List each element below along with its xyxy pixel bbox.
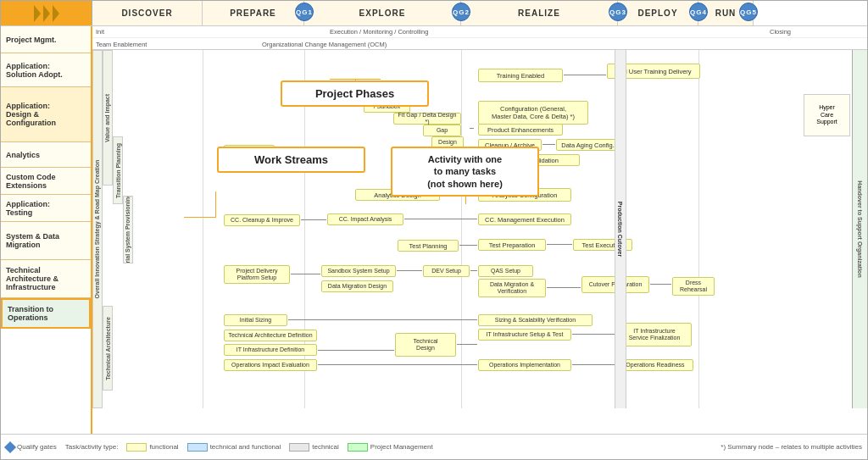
act-cc-mgmt: CC. Management Execution <box>478 213 571 225</box>
phase-run-label: RUN <box>715 8 737 18</box>
arrow-sandbox <box>397 270 422 271</box>
production-cutover-label: Production Cutover <box>618 202 624 257</box>
sidebar-logo <box>1 1 92 25</box>
act-tech-design: TechnicalDesign <box>395 333 456 357</box>
arrow-icon-3 <box>53 5 59 22</box>
vert-bar-tech-arch: Technical Architecture <box>103 306 113 391</box>
task-activity-label: Task/activity type: <box>65 443 119 451</box>
arrow-sizing <box>288 319 477 320</box>
vert-bar-innovation-label: Overall Innovation Strategy & Road Map C… <box>95 160 101 299</box>
legend-pm-box <box>348 443 368 452</box>
qualify-gates-label: Qualify gates <box>17 443 57 451</box>
bar1-closing: Closing <box>770 28 791 36</box>
arrow-test1 <box>459 245 477 246</box>
arrow-pdp <box>291 274 320 274</box>
sidebar-item-data-migration: System & DataMigration <box>1 222 91 260</box>
footer-legend: Qualify gates Task/activity type: functi… <box>1 434 867 459</box>
act-data-aging: Data Aging Config. <box>556 139 620 151</box>
legend-tech-label: technical <box>312 443 339 451</box>
arrow-infra <box>318 350 394 351</box>
bar1-init: Init <box>96 28 104 36</box>
act-it-infra-def: IT Infrastructure Definition <box>224 344 317 356</box>
top-info-bars: Init Execution / Monitoring / Controllin… <box>92 26 867 50</box>
arrow-icon-1 <box>34 5 41 22</box>
act-qas-setup: QAS Setup <box>478 265 533 277</box>
gate-qg4: QG4 <box>689 3 708 21</box>
arrow-cc2 <box>404 219 477 219</box>
callout-activity-note: Activity with oneto many tasks(not shown… <box>391 147 539 197</box>
act-dev-setup: DEV Setup <box>423 265 470 277</box>
hyper-care-label: HyperCareSupport <box>816 104 837 125</box>
callout-ws-line-v <box>215 191 216 217</box>
act-pdp-setup: Project DeliveryPlatform Setup <box>224 265 290 284</box>
sidebar: Project Mgmt. Application:Solution Adopt… <box>1 26 92 434</box>
bar1-execution: Execution / Monitoring / Controlling <box>330 28 428 36</box>
callout-work-streams-label: Work Streams <box>254 153 328 166</box>
sidebar-item-project-mgmt: Project Mgmt. <box>1 26 91 53</box>
legend-pm: Project Management <box>348 443 433 452</box>
act-cc-impact: CC. Impact Analysis <box>327 213 403 225</box>
phase-deploy: DEPLOY QG4 <box>618 1 698 25</box>
arrow-tech-design <box>457 344 477 345</box>
divider-explore-realize <box>461 50 462 408</box>
legend-techfunc: technical and functional <box>187 443 281 452</box>
phase-prepare-label: PREPARE <box>230 8 276 18</box>
act-it-infra-setup: IT Infrastructure Setup & Test <box>478 329 571 341</box>
sidebar-item-solution-adopt: Application:Solution Adopt. <box>1 53 91 87</box>
act-test-planning: Test Planning <box>398 240 459 252</box>
divider-deploy-run <box>698 50 699 408</box>
callout-project-phases: Project Phases <box>281 80 429 107</box>
sidebar-item-design-config: Application:Design &Configuration <box>1 87 91 142</box>
legend-tech-box <box>289 443 309 452</box>
handover-bar: Handover to Support Organization <box>852 50 867 408</box>
phase-prepare: PREPARE QG1 <box>203 1 304 25</box>
act-test-prep: Test Preparation <box>478 239 546 251</box>
arrow-dev <box>470 270 477 271</box>
act-config-general: Configuration (General,Master Data, Core… <box>478 101 588 125</box>
callout-phases-line-h <box>330 79 381 80</box>
sidebar-item-analytics: Analytics <box>1 142 91 168</box>
phase-discover: DISCOVER <box>92 1 203 25</box>
summary-note: *) Summary node – relates to multiple ac… <box>721 443 862 451</box>
gate-qg3: QG3 <box>609 3 627 21</box>
legend-functional: functional <box>126 443 178 452</box>
gate-qg2: QG2 <box>452 3 470 21</box>
bar2-ocm: Organizational Change Management (OCM) <box>262 41 387 48</box>
arrow-icon-2 <box>43 5 50 22</box>
arrow-ops2 <box>572 364 616 365</box>
act-ops-impact: Operations Impact Evaluation <box>224 359 317 371</box>
arrow-dm2 <box>547 287 581 288</box>
act-sandbox-setup: Sandbox System Setup <box>321 265 396 277</box>
act-tech-arch-def: Technical Architecture Definition <box>224 330 317 341</box>
arrow-test2 <box>547 244 572 245</box>
qualify-gates-legend: Qualify gates <box>6 443 57 452</box>
body-row: Project Mgmt. Application:Solution Adopt… <box>1 26 867 434</box>
bar2: Team Enablement Organizational Change Ma… <box>92 38 867 50</box>
phase-discover-label: DISCOVER <box>121 8 172 18</box>
hyper-care-box: HyperCareSupport <box>804 94 850 136</box>
act-data-mig-design: Data Migration Design <box>321 280 393 292</box>
phase-explore: EXPLORE QG2 <box>304 1 461 25</box>
vert-bar-value-label: Value and Impact <box>105 93 111 141</box>
act-cc-cleanup: CC. Cleanup & Improve <box>224 214 300 226</box>
phase-realize-label: REALIZE <box>518 8 560 18</box>
phase-deploy-label: DEPLOY <box>637 8 677 18</box>
arrow-cutover <box>650 284 671 285</box>
bar1: Init Execution / Monitoring / Controllin… <box>92 26 867 38</box>
act-ops-impl: Operations Implementation <box>478 359 571 371</box>
phase-realize: REALIZE QG3 <box>461 1 618 25</box>
legend-pm-label: Project Management <box>370 443 433 451</box>
vert-bar-transition-label: Transition Planning <box>115 143 121 198</box>
act-dress-rehearsal: DressRehearsal <box>672 277 715 296</box>
act-gap: Gap <box>423 125 461 136</box>
vert-bar-value: Value and Impact <box>103 50 113 186</box>
legend-techfunc-box <box>187 443 208 452</box>
act-it-infra-final: IT InfrastructureService Finalization <box>617 323 692 346</box>
gate-qg5: QG5 <box>739 3 758 21</box>
callout-project-phases-label: Project Phases <box>315 87 394 100</box>
bar2-team: Team Enablement <box>96 41 147 48</box>
sidebar-item-transition-ops: Transition toOperations <box>1 298 91 329</box>
arrow-cleanup <box>542 144 555 145</box>
vert-bar-trial-label: Trial System Provisioning <box>125 196 131 263</box>
act-fitgap: Fit Gap / Delta Design *) <box>393 113 461 125</box>
